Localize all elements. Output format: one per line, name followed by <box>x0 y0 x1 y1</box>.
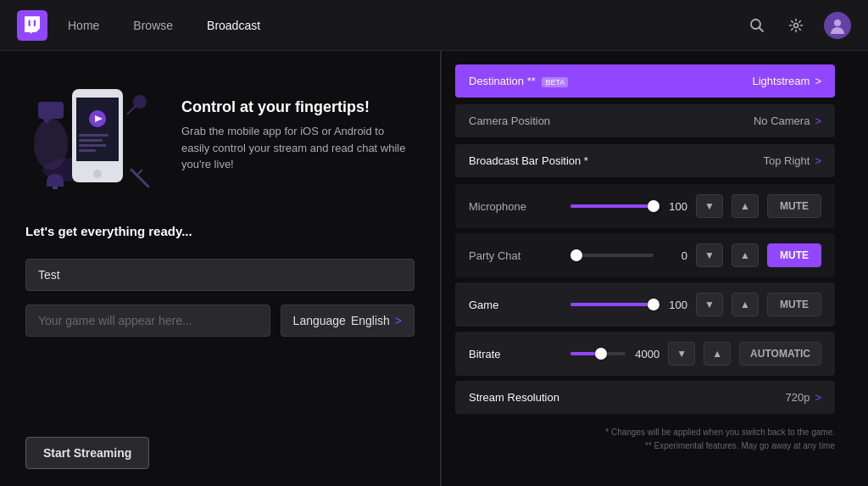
svg-rect-24 <box>53 187 58 189</box>
game-slider-section: 100 <box>570 299 687 311</box>
language-select[interactable]: Language English > <box>281 304 415 337</box>
microphone-label: Microphone <box>469 200 562 213</box>
footnote-line2: ** Experimental features. May go away at… <box>455 439 835 453</box>
bitrate-auto-button[interactable]: AUTOMATIC <box>739 342 821 366</box>
bitrate-label: Bitrate <box>469 348 562 360</box>
bitrate-row: Bitrate 4000 ▼ ▲ AUTOMATIC <box>455 332 835 376</box>
game-value: 100 <box>660 299 687 311</box>
footnote-line1: * Changes will be applied when you switc… <box>455 426 835 439</box>
party-chat-down-button[interactable]: ▼ <box>696 243 723 267</box>
header-actions <box>746 12 851 39</box>
bitrate-up-button[interactable]: ▲ <box>704 342 731 366</box>
svg-rect-14 <box>79 139 103 142</box>
microphone-up-button[interactable]: ▲ <box>732 194 759 218</box>
game-down-button[interactable]: ▼ <box>696 293 723 316</box>
phone-illustration <box>25 68 161 204</box>
party-chat-slider-section: 0 <box>570 249 687 262</box>
camera-value: No Camera > <box>754 115 821 127</box>
bitrate-down-button[interactable]: ▼ <box>668 342 695 366</box>
left-panel: Control at your fingertips! Grab the mob… <box>0 51 441 486</box>
main-nav: Home Browse Broadcast <box>68 19 746 32</box>
game-row: Game 100 ▼ ▲ MUTE <box>455 282 835 327</box>
nav-home[interactable]: Home <box>68 19 99 32</box>
section-title: Let's get everything ready... <box>25 224 415 238</box>
party-chat-up-button[interactable]: ▲ <box>732 243 759 267</box>
party-chat-label: Party Chat <box>469 249 562 262</box>
broadcast-bar-value: Top Right > <box>763 154 821 167</box>
beta-badge: BETA <box>542 77 568 87</box>
broadcast-bar-row[interactable]: Broadcast Bar Position * Top Right > <box>455 144 835 177</box>
app-header: Home Browse Broadcast <box>0 0 868 51</box>
language-value: English <box>351 314 390 327</box>
bitrate-slider-section: 4000 <box>570 348 659 360</box>
game-mute-button[interactable]: MUTE <box>767 293 821 316</box>
svg-rect-15 <box>79 144 106 147</box>
svg-point-8 <box>34 119 68 170</box>
settings-button[interactable] <box>785 14 807 36</box>
game-up-button[interactable]: ▲ <box>732 293 759 316</box>
svg-line-21 <box>136 170 142 176</box>
hero-section: Control at your fingertips! Grab the mob… <box>25 68 415 204</box>
microphone-fill <box>570 204 654 208</box>
destination-label: Destination ** BETA <box>469 75 568 87</box>
broadcast-bar-label: Broadcast Bar Position * <box>469 154 588 167</box>
svg-rect-13 <box>79 134 108 137</box>
camera-row[interactable]: Camera Position No Camera > <box>455 104 835 137</box>
party-chat-thumb <box>570 249 582 261</box>
svg-point-6 <box>834 20 841 26</box>
game-track[interactable] <box>570 303 654 306</box>
party-chat-mute-button[interactable]: MUTE <box>767 243 821 267</box>
twitch-logo[interactable] <box>17 10 47 41</box>
microphone-value: 100 <box>660 200 687 213</box>
microphone-thumb <box>648 200 659 212</box>
svg-rect-2 <box>34 20 36 25</box>
destination-row: Destination ** BETA Lightstream > <box>455 64 835 98</box>
bitrate-track[interactable] <box>570 352 626 355</box>
svg-point-5 <box>794 23 798 27</box>
right-panel: Destination ** BETA Lightstream > Camera… <box>442 51 849 486</box>
resolution-value: 720p > <box>785 391 821 404</box>
game-fill <box>570 303 654 306</box>
hero-text: Control at your fingertips! Grab the mob… <box>181 98 415 173</box>
game-thumb <box>648 299 659 310</box>
microphone-down-button[interactable]: ▼ <box>696 194 723 218</box>
resolution-row[interactable]: Stream Resolution 720p > <box>455 381 835 414</box>
microphone-mute-button[interactable]: MUTE <box>767 194 821 218</box>
nav-browse[interactable]: Browse <box>133 19 173 32</box>
resolution-label: Stream Resolution <box>469 391 562 404</box>
hero-title: Control at your fingertips! <box>181 98 415 116</box>
hero-description: Grab the mobile app for iOS or Android t… <box>181 123 415 173</box>
svg-rect-18 <box>38 102 64 119</box>
svg-line-4 <box>760 27 764 31</box>
main-content: Control at your fingertips! Grab the mob… <box>0 51 868 486</box>
bitrate-thumb <box>595 348 607 360</box>
start-streaming-button[interactable]: Start Streaming <box>25 437 149 469</box>
party-chat-row: Party Chat 0 ▼ ▲ MUTE <box>455 233 835 277</box>
nav-broadcast[interactable]: Broadcast <box>207 19 260 32</box>
svg-rect-16 <box>79 149 96 152</box>
bitrate-value: 4000 <box>632 348 659 360</box>
avatar[interactable] <box>824 12 851 39</box>
language-label: Language <box>293 314 346 327</box>
game-label: Game <box>469 299 562 311</box>
search-button[interactable] <box>746 14 768 36</box>
svg-point-17 <box>93 170 102 178</box>
language-chevron: > <box>395 314 402 327</box>
stream-title-input[interactable] <box>25 259 415 291</box>
svg-line-23 <box>127 106 136 115</box>
bottom-row: Language English > <box>25 304 415 337</box>
microphone-slider-section: 100 <box>570 200 687 213</box>
destination-value[interactable]: Lightstream > <box>752 75 821 87</box>
party-chat-value: 0 <box>660 249 687 262</box>
footnote: * Changes will be applied when you switc… <box>455 419 835 456</box>
microphone-track[interactable] <box>570 204 654 208</box>
game-input[interactable] <box>25 304 270 337</box>
microphone-row: Microphone 100 ▼ ▲ MUTE <box>455 184 835 228</box>
party-chat-track[interactable] <box>570 254 654 257</box>
svg-rect-1 <box>29 20 31 25</box>
camera-label: Camera Position <box>469 115 562 127</box>
